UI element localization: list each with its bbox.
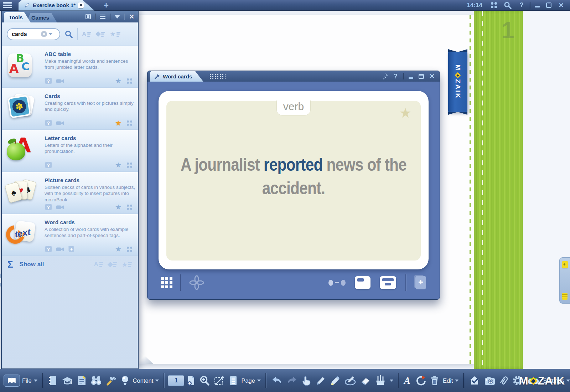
camera-button[interactable] (483, 373, 497, 388)
new-page-icon[interactable] (562, 261, 568, 268)
tool-video-icon[interactable] (56, 78, 64, 84)
clipboard-slideout-panel[interactable] (559, 257, 570, 304)
lesson-plan-button[interactable] (76, 373, 88, 388)
tool-options-icon[interactable] (127, 120, 132, 126)
list-view-icon[interactable] (100, 15, 105, 19)
window-drag-handle[interactable] (209, 73, 226, 79)
tool-options-icon[interactable] (127, 163, 132, 168)
tool-help-icon[interactable]: ? (45, 246, 52, 252)
tool-item-word-cards[interactable]: text Word cards A collection of word car… (2, 214, 138, 256)
tool-item-abc-table[interactable]: ABC ABC table Make meaningful words and … (2, 46, 138, 88)
notebook-button[interactable] (46, 373, 59, 388)
pair-cards-icon[interactable] (328, 280, 346, 286)
sort-alphabetical-icon[interactable]: A (82, 31, 91, 38)
main-menu-icon[interactable] (3, 2, 12, 8)
new-tab-button[interactable]: + (104, 1, 109, 10)
pointer-hand-button[interactable] (300, 373, 312, 388)
sort-by-favorites-icon[interactable]: ★ (122, 261, 132, 268)
close-app-button[interactable]: ✕ (556, 1, 566, 9)
redo-button[interactable] (285, 373, 299, 388)
favorite-star-icon[interactable]: ★ (115, 246, 121, 253)
pen-button[interactable] (314, 373, 327, 388)
search-input[interactable] (12, 31, 40, 37)
attachment-button[interactable] (498, 373, 509, 388)
open-book-button[interactable] (4, 375, 20, 387)
text-tool-button[interactable]: A (402, 373, 412, 388)
sort-by-type-icon[interactable] (96, 32, 105, 37)
edit-menu[interactable]: Edit (443, 377, 458, 384)
search-history-icon[interactable] (48, 33, 53, 35)
search-button[interactable] (502, 0, 513, 13)
delete-button[interactable] (429, 373, 441, 388)
search-box[interactable]: ✕ (7, 28, 60, 40)
education-button[interactable] (60, 373, 74, 388)
card-list-view-icon[interactable] (380, 276, 396, 289)
tool-help-icon[interactable]: ? (45, 78, 52, 84)
clear-search-icon[interactable]: ✕ (41, 31, 47, 37)
document-tab[interactable]: Exercise book 1* ✕ (19, 0, 94, 11)
favorite-star-icon[interactable]: ★ (115, 77, 121, 84)
tool-item-picture-cards[interactable]: ♣ ♥ ♠ Picture cards Sixteen decks of car… (2, 172, 138, 214)
tools-button[interactable] (105, 373, 118, 388)
page-number-box[interactable]: 1 (168, 375, 184, 386)
tab-games[interactable]: Games (26, 13, 57, 22)
add-to-book-icon[interactable]: + (69, 246, 74, 252)
media-search-button[interactable] (89, 373, 104, 388)
highlighter-button[interactable] (328, 373, 342, 388)
measure-button[interactable] (212, 373, 227, 388)
card-front-view-icon[interactable] (355, 276, 370, 289)
word-cards-window-tab[interactable]: Word cards (150, 71, 203, 82)
drawing-tools-button[interactable] (373, 373, 388, 388)
word-cards-titlebar[interactable]: Word cards ? ✕ (147, 71, 440, 82)
sort-by-favorites-icon[interactable]: ★ (110, 31, 120, 37)
tool-options-icon[interactable] (127, 78, 132, 84)
grid-view-icon[interactable] (161, 277, 172, 288)
tool-help-icon[interactable]: ? (45, 162, 52, 168)
ideas-button[interactable] (119, 373, 131, 388)
window-minimize-icon[interactable] (409, 77, 413, 79)
search-submit-icon[interactable] (64, 30, 73, 38)
apps-grid-button[interactable] (489, 0, 498, 13)
zoom-button[interactable] (198, 373, 211, 388)
file-menu[interactable]: File (22, 377, 37, 384)
tool-help-icon[interactable]: ? (45, 204, 52, 210)
restore-window-button[interactable] (545, 0, 553, 13)
favorite-star-icon[interactable]: ★ (115, 161, 121, 169)
tool-item-cards[interactable]: ✽ Cards Creating cards with text or pict… (2, 88, 138, 130)
word-card[interactable]: verb ★ A journalist reported news of the… (159, 91, 429, 269)
close-document-icon[interactable]: ✕ (78, 2, 84, 8)
tool-help-icon[interactable]: ? (45, 120, 52, 126)
detach-panel-icon[interactable] (86, 14, 91, 19)
close-panel-icon[interactable]: ✕ (129, 13, 134, 21)
tab-tools[interactable]: Tools (4, 12, 31, 22)
favorite-star-icon[interactable]: ★ (115, 203, 121, 211)
tool-item-letter-cards[interactable]: A Letter cards Letters of the alphabet a… (2, 130, 138, 172)
favorite-star-icon-active[interactable]: ★ (115, 119, 121, 127)
window-help-icon[interactable]: ? (394, 73, 398, 80)
card-back-design-icon[interactable] (189, 275, 204, 290)
undo-button[interactable] (270, 373, 284, 388)
clipboard-icon[interactable] (562, 293, 568, 300)
window-maximize-icon[interactable] (419, 74, 424, 79)
sort-alphabetical-icon[interactable]: A (94, 261, 103, 268)
window-close-icon[interactable]: ✕ (429, 72, 435, 80)
tool-video-icon[interactable] (56, 205, 64, 210)
homework-check-button[interactable] (467, 373, 482, 388)
rotate-button[interactable] (413, 373, 428, 388)
mozaik-bookmark-ribbon[interactable]: MZAIK (448, 52, 467, 112)
mozaik-logo[interactable]: MZAIK (519, 369, 565, 392)
eraser-button[interactable] (359, 373, 372, 388)
page-menu[interactable]: Page (241, 377, 261, 384)
pin-window-icon[interactable] (381, 73, 388, 80)
page-list-button[interactable] (228, 373, 239, 388)
content-menu[interactable]: Content (133, 377, 159, 384)
sort-by-type-icon[interactable] (108, 262, 117, 267)
collapse-panel-icon[interactable] (114, 15, 120, 19)
insert-card-icon[interactable] (415, 276, 426, 289)
drawing-tools-dropdown[interactable] (390, 380, 393, 382)
tool-options-icon[interactable] (127, 205, 132, 210)
tool-video-icon[interactable] (56, 120, 64, 126)
add-page-button[interactable] (185, 373, 197, 388)
minimize-button[interactable] (534, 0, 541, 13)
tool-options-icon[interactable] (127, 247, 132, 252)
